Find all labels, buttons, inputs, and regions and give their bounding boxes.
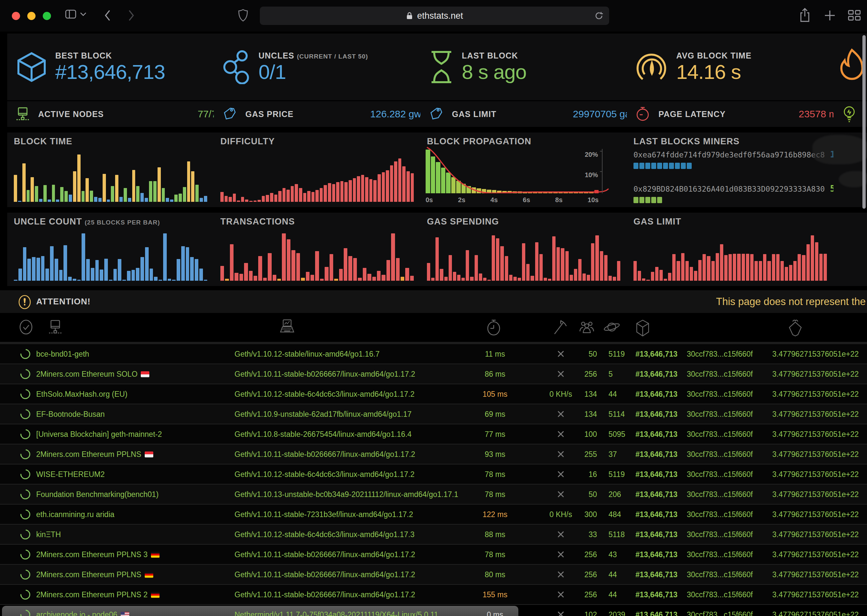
node-block-hash: 30ccf783...c15f660f	[687, 490, 749, 499]
new-tab-icon[interactable]	[824, 9, 836, 22]
attention-label: ATTENTION!	[36, 297, 91, 307]
node-block-hash: 30ccf783...c15f660f	[687, 410, 749, 418]
node-total-difficulty: 3.477962715376051e+22	[772, 369, 867, 378]
flag-sg-icon	[141, 371, 149, 377]
node-block-hash: 30ccf783...c15f660f	[687, 530, 749, 539]
node-block: #13,646,713	[636, 510, 686, 519]
share-icon[interactable]	[799, 8, 811, 23]
table-row[interactable]: 2Miners.com Ethereum PPLNS Geth/v1.10.11…	[0, 444, 867, 464]
world-map-fragment	[812, 135, 867, 164]
node-total-difficulty: 3.477962715376051e+22	[772, 430, 867, 438]
avg-block-time-value: 14.16 s	[676, 61, 752, 83]
not-mining-icon	[557, 370, 565, 378]
address-bar[interactable]: ethstats.net	[260, 6, 609, 25]
node-status-icon	[20, 610, 30, 616]
tab-overview-icon[interactable]	[847, 9, 862, 22]
y-tick-10: 10%	[585, 171, 598, 179]
table-row[interactable]: 2Miners.com Ethereum PPLNS Geth/v1.10.11…	[0, 564, 867, 584]
table-row[interactable]: EF-Bootnode-Busan Geth/v1.10.9-unstable-…	[0, 404, 867, 424]
node-pending: 5095	[609, 430, 640, 438]
node-total-difficulty: 3.477962715376051e+22	[772, 570, 867, 579]
uptime-panel-cut	[834, 101, 867, 127]
minimize-window-button[interactable]	[27, 12, 36, 20]
nodes-table: bce-bnd01-geth Geth/v1.10.12-stable/linu…	[0, 344, 867, 616]
table-row[interactable]: bce-bnd01-geth Geth/v1.10.12-stable/linu…	[0, 344, 867, 363]
reload-icon[interactable]	[594, 11, 604, 21]
node-block: #13,646,713	[636, 590, 686, 599]
back-button[interactable]	[104, 9, 111, 22]
miner-address: 0xea674fdde714fd979de3edf0f56aa9716b898e…	[634, 151, 825, 159]
last-blocks-miners-panel: LAST BLOCKS MINERS 0xea674fdde714fd979de…	[627, 132, 834, 207]
node-block-hash: 30ccf783...c15f660f	[687, 550, 749, 559]
node-type: Geth/v1.10.11-stable-b0266667/linux-amd6…	[234, 550, 458, 559]
lock-icon	[406, 11, 413, 20]
best-block-label: BEST BLOCK	[55, 51, 165, 60]
table-row[interactable]: 2Miners.com Ethereum PPLNS 2 Geth/v1.10.…	[0, 584, 867, 604]
gas-price-label: GAS PRICE	[245, 110, 294, 119]
block-cube-icon[interactable]	[634, 319, 651, 337]
node-type: Geth/v1.10.8-stable-26675454/linux-amd64…	[234, 430, 458, 438]
gauge-icon	[636, 50, 668, 84]
flag-us-icon	[121, 612, 129, 616]
difficulty-chart-title: DIFFICULTY	[220, 137, 275, 147]
miner-entry[interactable]: 0x829BD824B016326A401d083B33D092293333A8…	[634, 184, 829, 203]
page-scrollbar[interactable]	[862, 35, 866, 209]
node-name: WISE-ETHEREUM2	[36, 470, 225, 479]
price-tag-icon	[222, 106, 237, 122]
zoom-window-button[interactable]	[43, 12, 51, 20]
table-row[interactable]: [Universa Blockchain] geth-mainnet-2 Get…	[0, 424, 867, 444]
node-type-icon[interactable]	[278, 319, 296, 336]
node-type: Geth/v1.10.12-stable-6c4dc6c3/linux-amd6…	[234, 470, 458, 479]
url-text: ethstats.net	[417, 11, 463, 21]
chart-panel-cut	[834, 213, 867, 286]
sidebar-toggle-icon[interactable]	[65, 9, 78, 20]
node-pending: 5114	[609, 410, 640, 418]
table-row[interactable]: archivenode.io - node06 Nethermind/v1.11…	[0, 604, 867, 616]
uncle-count-chart	[14, 231, 207, 281]
node-peers: 256	[571, 570, 597, 579]
miner-entry[interactable]: 0xea674fdde714fd979de3edf0f56aa9716b898e…	[634, 149, 829, 169]
node-type: Geth/v1.10.13-unstable-bc0b34a9-20211112…	[234, 490, 458, 499]
table-row[interactable]: eth.icanmining.ru aridia Geth/v1.10.11-s…	[0, 504, 867, 524]
node-peers: 16	[571, 470, 597, 479]
table-row[interactable]: WISE-ETHEREUM2 Geth/v1.10.12-stable-6c4d…	[0, 464, 867, 484]
stopwatch-icon	[636, 106, 650, 122]
chevron-down-icon[interactable]	[80, 12, 87, 16]
close-window-button[interactable]	[12, 12, 20, 20]
table-row[interactable]: EthSolo.MaxHash.org (EU) Geth/v1.10.12-s…	[0, 383, 867, 404]
node-total-difficulty: 3.477962715376051e+22	[772, 590, 867, 599]
node-peers: 300	[571, 510, 597, 519]
table-row[interactable]: kinΞTH Geth/v1.10.12-stable-6c4dc6c3/lin…	[0, 524, 867, 544]
node-status-icon	[20, 389, 30, 399]
table-row[interactable]: Foundation Benchmarking(bench01) Geth/v1…	[0, 484, 867, 504]
node-block-hash: 30ccf783...c15f660f	[687, 430, 749, 438]
gas-limit-label: GAS LIMIT	[452, 110, 496, 119]
node-latency: 105 ms	[466, 390, 525, 398]
hourglass-icon	[429, 50, 454, 84]
node-latency: 155 ms	[466, 590, 525, 599]
node-block-hash: 30ccf783...c15f660f	[687, 369, 749, 378]
mining-pickaxe-icon[interactable]	[551, 319, 568, 336]
status-check-icon[interactable]	[19, 319, 33, 335]
node-name: EthSolo.MaxHash.org (EU)	[36, 390, 225, 398]
node-status-icon	[20, 349, 30, 359]
privacy-shield-icon[interactable]	[238, 9, 249, 22]
node-latency: 77 ms	[466, 430, 525, 438]
latency-stopwatch-icon[interactable]	[485, 319, 502, 336]
node-name: eth.icanmining.ru aridia	[36, 510, 225, 519]
table-row[interactable]: 2Miners.com Ethereum SOLO Geth/v1.10.11-…	[0, 363, 867, 383]
node-peers: 256	[571, 369, 597, 378]
node-pending: 43	[609, 550, 640, 559]
table-row[interactable]: 2Miners.com Ethereum PPLNS 3 Geth/v1.10.…	[0, 544, 867, 564]
last-block-label: LAST BLOCK	[462, 51, 526, 60]
node-type: Geth/v1.10.12-stable-6c4dc6c3/linux-amd6…	[234, 530, 458, 539]
peers-icon[interactable]	[577, 319, 596, 335]
node-latency: 80 ms	[466, 570, 525, 579]
forward-button[interactable]	[127, 9, 135, 22]
gas-limit-chart-title: GAS LIMIT	[634, 217, 681, 227]
pending-saturn-icon[interactable]	[603, 319, 621, 335]
difficulty-tag-icon[interactable]	[787, 319, 804, 337]
flag-de-icon	[145, 572, 153, 578]
node-name-icon[interactable]	[48, 319, 63, 335]
flag-sg-icon	[145, 451, 153, 457]
